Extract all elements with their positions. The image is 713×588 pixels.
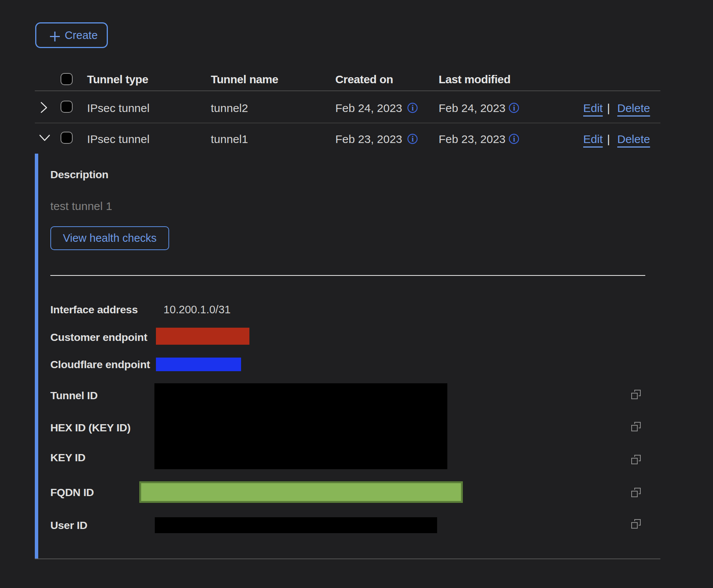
svg-text:i: i — [513, 134, 515, 143]
svg-text:i: i — [412, 103, 414, 112]
svg-text:i: i — [513, 103, 515, 112]
svg-text:i: i — [412, 134, 414, 143]
